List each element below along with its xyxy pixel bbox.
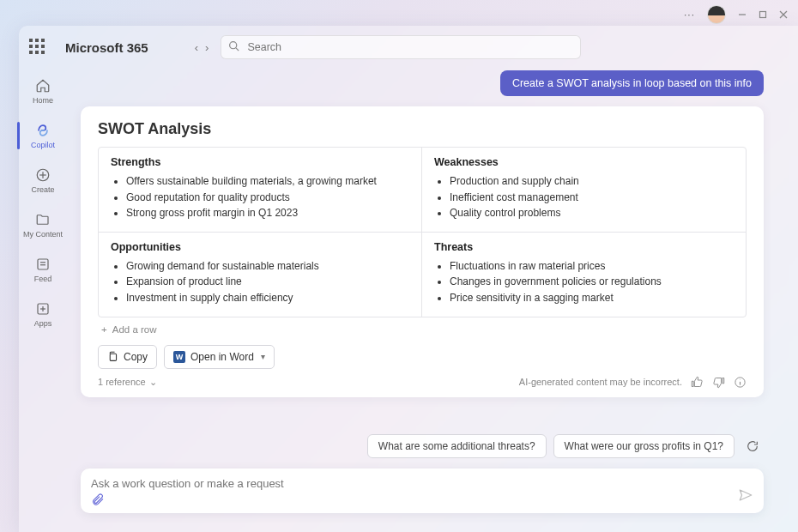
weaknesses-heading: Weaknesses [434, 156, 734, 168]
nav-forward-button[interactable]: › [205, 41, 209, 54]
copy-icon [107, 351, 118, 362]
open-in-word-label: Open in Word [190, 351, 254, 363]
list-item: Production and supply chain [450, 173, 734, 190]
list-item: Price sensitivity in a sagging market [450, 290, 734, 306]
list-item: Changes in government policies or regula… [450, 274, 734, 290]
copy-button[interactable]: Copy [98, 345, 157, 369]
swot-opportunities-cell: Opportunities Growing demand for sustain… [99, 233, 422, 317]
window-maximize-button[interactable] [759, 10, 767, 19]
chevron-down-icon: ⌄ [149, 377, 157, 388]
thumbs-down-icon[interactable] [712, 376, 725, 389]
nav-mycontent[interactable]: My Content [23, 209, 63, 240]
left-nav: Home Copilot Create My Content Feed Apps [19, 63, 67, 532]
list-item: Good reputation for quality products [126, 190, 409, 206]
search-icon [228, 40, 239, 51]
info-icon[interactable] [734, 376, 747, 389]
chevron-down-icon: ▾ [261, 352, 265, 361]
swot-weaknesses-cell: Weaknesses Production and supply chainIn… [422, 148, 746, 233]
swot-table: Strengths Offers sustainable building ma… [98, 147, 747, 317]
feed-icon [34, 256, 51, 273]
nav-apps-label: Apps [34, 319, 52, 328]
threats-list: Fluctuations in raw material pricesChang… [434, 258, 734, 306]
word-icon: W [173, 351, 185, 363]
list-item: Inefficient cost management [450, 190, 734, 206]
svg-rect-15 [110, 354, 116, 360]
chat-area: Create a SWOT analysis in loop based on … [67, 63, 798, 532]
suggestion-chip-1[interactable]: What are some additional threats? [367, 434, 547, 458]
references-label: 1 reference [98, 377, 146, 387]
list-item: Expansion of product line [126, 274, 409, 290]
swot-strengths-cell: Strengths Offers sustainable building ma… [99, 148, 422, 233]
chat-input[interactable] [91, 477, 753, 490]
suggestion-chip-2[interactable]: What were our gross profits in Q1? [553, 434, 735, 458]
app-launcher-icon[interactable] [29, 39, 46, 56]
add-row-label: Add a row [112, 324, 157, 335]
user-avatar[interactable] [707, 5, 726, 24]
nav-copilot[interactable]: Copilot [31, 120, 55, 151]
copy-label: Copy [124, 351, 148, 363]
threats-heading: Threats [434, 241, 734, 253]
nav-home-label: Home [33, 96, 53, 105]
strengths-list: Offers sustainable building materials, a… [111, 173, 409, 221]
nav-create[interactable]: Create [31, 165, 54, 196]
nav-feed-label: Feed [34, 275, 52, 283]
nav-feed[interactable]: Feed [34, 254, 52, 285]
list-item: Offers sustainable building materials, a… [126, 173, 409, 190]
nav-back-button[interactable]: ‹ [195, 41, 198, 54]
list-item: Growing demand for sustainable materials [126, 258, 409, 275]
nav-mycontent-label: My Content [23, 230, 63, 239]
card-title: SWOT Analysis [98, 120, 747, 138]
svg-rect-1 [760, 12, 766, 18]
chat-input-bar [81, 469, 764, 513]
home-icon [34, 77, 51, 94]
references-toggle[interactable]: 1 reference ⌄ [98, 377, 157, 388]
window-minimize-button[interactable] [738, 10, 747, 19]
user-message: Create a SWOT analysis in loop based on … [500, 70, 764, 96]
search-input[interactable] [221, 35, 581, 59]
nav-apps[interactable]: Apps [34, 299, 52, 329]
plus-icon: + [101, 324, 107, 335]
create-icon [34, 166, 51, 184]
opportunities-heading: Opportunities [111, 241, 409, 253]
list-item: Investment in supply chain efficiency [126, 290, 409, 306]
thumbs-up-icon[interactable] [691, 376, 704, 389]
list-item: Strong gross profit margin in Q1 2023 [126, 205, 409, 221]
weaknesses-list: Production and supply chainInefficient c… [434, 173, 734, 221]
assistant-card: SWOT Analysis Strengths Offers sustainab… [81, 106, 764, 397]
disclaimer-text: AI-generated content may be incorrect. [519, 377, 682, 387]
suggestion-row: What are some additional threats? What w… [367, 434, 764, 458]
brand-label: Microsoft 365 [65, 40, 148, 55]
send-icon[interactable] [738, 487, 753, 503]
refresh-suggestions-button[interactable] [741, 435, 764, 457]
attach-icon[interactable] [91, 493, 105, 506]
list-item: Fluctuations in raw material prices [450, 258, 734, 275]
swot-threats-cell: Threats Fluctuations in raw material pri… [422, 233, 746, 317]
svg-rect-9 [38, 259, 48, 269]
titlebar-more-button[interactable]: ··· [684, 9, 695, 21]
nav-create-label: Create [31, 185, 54, 194]
folder-icon [34, 211, 51, 228]
apps-icon [34, 300, 51, 317]
open-in-word-button[interactable]: W Open in Word ▾ [164, 345, 275, 369]
add-row-button[interactable]: + Add a row [98, 317, 747, 336]
window-close-button[interactable] [779, 10, 788, 19]
app-shell: Microsoft 365 ‹ › Home Copilot Create [19, 26, 798, 532]
nav-copilot-label: Copilot [31, 141, 55, 149]
list-item: Quality control problems [450, 205, 734, 221]
svg-point-4 [230, 42, 237, 49]
top-bar: Microsoft 365 ‹ › [19, 26, 798, 63]
copilot-icon [34, 122, 51, 139]
opportunities-list: Growing demand for sustainable materials… [111, 258, 409, 306]
svg-line-5 [236, 48, 239, 51]
strengths-heading: Strengths [111, 156, 409, 168]
nav-home[interactable]: Home [33, 76, 53, 106]
